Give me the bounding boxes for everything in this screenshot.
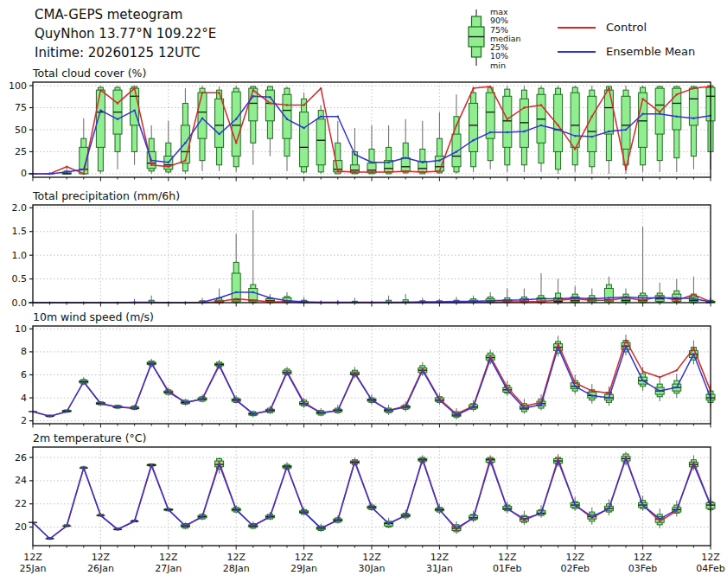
meteogram-page: 02550751000.00.51.01.52.0246810202224261… [0,0,727,588]
svg-text:12Z: 12Z [92,552,111,563]
svg-text:10: 10 [15,323,27,335]
svg-text:12Z: 12Z [23,552,42,563]
legend-control-label: Control [606,21,647,34]
boxplot-legend-icon [465,8,488,68]
legend-entry-ensemble-mean: Ensemble Mean [558,45,695,58]
panel-title-wind-speed: 10m wind speed (m/s) [33,310,154,323]
svg-text:29Jan: 29Jan [290,563,317,574]
header-model: CMA-GEPS meteogram [35,5,216,24]
svg-text:26: 26 [15,452,27,463]
panel-title-precipitation: Total precipitation (mm/6h) [33,189,180,202]
svg-text:75: 75 [15,102,27,113]
svg-text:02Feb: 02Feb [560,563,589,574]
legend-label-min: min [490,61,521,70]
svg-text:1.5: 1.5 [12,226,28,237]
svg-text:0: 0 [21,168,27,179]
ensemble-mean-line-icon [558,51,596,53]
svg-text:12Z: 12Z [701,552,720,563]
svg-text:2: 2 [21,415,27,426]
svg-text:30Jan: 30Jan [359,563,386,574]
svg-text:1.0: 1.0 [12,250,28,261]
svg-text:04Feb: 04Feb [696,563,724,574]
svg-text:12Z: 12Z [430,552,450,563]
meteogram-canvas: 02550751000.00.51.01.52.0246810202224261… [0,0,727,588]
svg-text:20: 20 [15,521,27,533]
boxplot-legend-labels: max 90% 75% median 25% 10% min [490,8,521,70]
svg-text:12Z: 12Z [226,552,246,563]
svg-text:25Jan: 25Jan [20,563,47,574]
svg-text:28Jan: 28Jan [223,563,250,574]
panel-title-cloud-cover: Total cloud cover (%) [33,67,146,80]
svg-text:12Z: 12Z [498,552,517,563]
svg-text:03Feb: 03Feb [628,563,657,574]
svg-text:12Z: 12Z [362,552,381,563]
svg-text:4: 4 [21,393,27,404]
header-location: QuyNhon 13.77°N 109.22°E [35,24,216,43]
svg-text:50: 50 [15,125,27,136]
header-inittime: Initime: 20260125 12UTC [35,43,216,62]
svg-text:8: 8 [21,346,27,357]
panel-title-temperature: 2m temperature (°C) [33,431,146,444]
svg-text:12Z: 12Z [159,552,178,563]
svg-text:12Z: 12Z [634,552,653,563]
svg-text:31Jan: 31Jan [426,563,453,574]
legend-ensemble-mean-label: Ensemble Mean [606,45,695,58]
page-header: CMA-GEPS meteogram QuyNhon 13.77°N 109.2… [35,5,216,62]
svg-text:01Feb: 01Feb [493,563,521,574]
legend-entry-control: Control [558,21,647,34]
svg-text:12Z: 12Z [295,552,314,563]
svg-text:22: 22 [15,498,27,509]
svg-text:25: 25 [15,146,27,157]
svg-text:0.0: 0.0 [12,297,28,309]
svg-text:26Jan: 26Jan [87,563,114,574]
svg-text:24: 24 [15,475,27,486]
svg-text:6: 6 [21,369,27,380]
svg-text:2.0: 2.0 [12,202,28,214]
svg-text:12Z: 12Z [565,552,584,563]
svg-text:0.5: 0.5 [12,273,28,284]
svg-text:100: 100 [9,80,27,92]
svg-text:27Jan: 27Jan [155,563,182,574]
control-line-icon [558,27,596,29]
